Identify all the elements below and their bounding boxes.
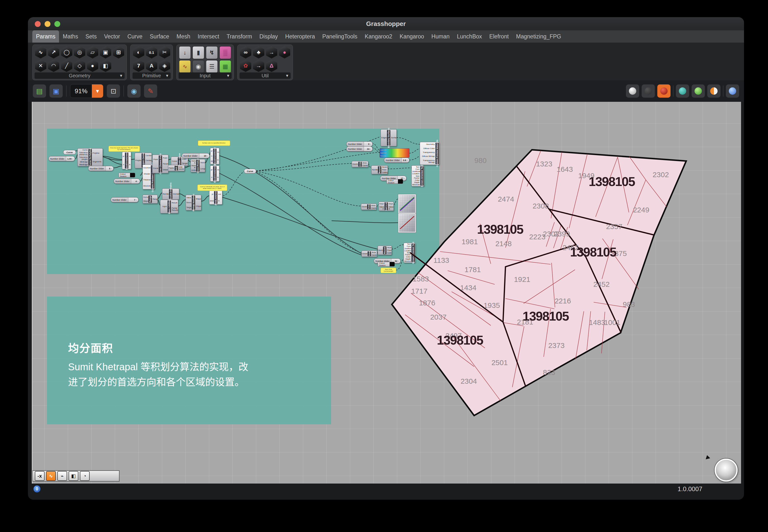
tab-sets[interactable]: Sets [82, 30, 100, 43]
site-subdivision-drawing: 9801323164319492302247423082249235722232… [32, 102, 741, 484]
group-expand-icon[interactable]: ▾ [227, 73, 229, 78]
preview-shaded-button[interactable] [657, 84, 671, 98]
tab-elefront[interactable]: Elefront [486, 30, 512, 43]
tab-vector[interactable]: Vector [100, 30, 124, 43]
preview-wireframe-button[interactable] [642, 84, 655, 98]
group-expand-icon[interactable]: ▾ [120, 73, 122, 78]
tab-curve[interactable]: Curve [124, 30, 146, 43]
parcel-area-label: 2452 [594, 280, 610, 288]
wire-tool-icon[interactable]: ⌁ [57, 471, 67, 481]
parcel-area-label: 2501 [491, 359, 508, 367]
tab-intersect[interactable]: Intersect [194, 30, 223, 43]
trigger-icon[interactable]: Δ [266, 60, 277, 72]
scribble-icon[interactable]: ∿ [179, 60, 191, 73]
tab-surface[interactable]: Surface [146, 30, 173, 43]
tab-maths[interactable]: Maths [59, 30, 82, 43]
parcel-area-label: 2037 [430, 313, 447, 321]
image-sampler-icon[interactable]: ▒ [220, 46, 231, 59]
brep-icon[interactable]: ◧ [100, 60, 111, 72]
tab-lunchbox[interactable]: LunchBox [453, 30, 486, 43]
parcel-area-label: 2399 [554, 230, 570, 238]
parcel-area-label: 2302 [653, 171, 669, 179]
gradient-icon[interactable]: ▦ [220, 60, 231, 73]
number-slider-icon[interactable]: ↓ [179, 46, 191, 59]
ribbon-group-primitive: ◐0.1✂7A◈Primitive▾ [130, 45, 173, 80]
tab-kangaroo2[interactable]: Kangaroo2 [361, 30, 396, 43]
timer-tool-icon[interactable]: ◔ [80, 471, 90, 481]
group-expand-icon[interactable]: ▾ [166, 73, 168, 78]
relay-icon[interactable]: → [266, 46, 277, 58]
boolean-icon[interactable]: ◐ [133, 46, 144, 58]
minimize-button[interactable] [45, 21, 50, 27]
remote-icon[interactable]: ∞ [240, 46, 251, 58]
open-file-button[interactable]: ▤ [33, 84, 46, 98]
box-icon[interactable]: ▣ [100, 46, 111, 58]
zoom-level-widget[interactable]: 91% ▾ [70, 84, 103, 98]
parcel-area-label: 2249 [633, 206, 650, 214]
ribbon-group-geometry: ∿↗◯◎▱▣⊞✕◠╱◇●◧Geometry▾ [32, 45, 127, 80]
message-count-badge[interactable]: 0 [33, 485, 41, 493]
null-item-icon[interactable]: ✕ [35, 60, 46, 72]
rectangle-icon[interactable]: ◇ [74, 60, 85, 72]
component-ribbon: ∿↗◯◎▱▣⊞✕◠╱◇●◧Geometry▾◐0.1✂7A◈Primitive▾… [28, 43, 744, 80]
tab-human[interactable]: Human [428, 30, 453, 43]
mesh-icon[interactable]: ⊞ [113, 46, 124, 58]
panel-tool-icon[interactable]: ◧ [69, 471, 78, 481]
definition-canvas[interactable]: 均分面积 Sumit Khetrapal 等积划分算法的实现，改进了划分的首选方… [32, 102, 741, 484]
spiral-icon[interactable]: ◎ [74, 46, 85, 58]
site-outline [392, 150, 686, 416]
cherry-picker-icon[interactable]: ✿ [240, 60, 251, 72]
preview-off-button[interactable] [626, 84, 639, 98]
fancy-wires-button[interactable]: ✎ [144, 84, 157, 98]
curve-icon[interactable]: ∿ [35, 46, 46, 58]
path-icon[interactable]: ✂ [159, 46, 170, 58]
data-dam-icon[interactable]: → [253, 60, 264, 72]
paint-tool-icon[interactable]: ∿ [46, 471, 56, 481]
close-button[interactable] [35, 21, 41, 27]
preview-eye-button[interactable]: ◉ [127, 84, 140, 98]
colour-scheme-button[interactable] [707, 84, 721, 98]
parcel-area-label: 2373 [548, 341, 565, 349]
sphere-icon[interactable]: ● [87, 60, 98, 72]
tab-kangaroo[interactable]: Kangaroo [396, 30, 428, 43]
text-icon[interactable]: A [146, 60, 157, 72]
graph-mapper-icon[interactable]: ↯ [206, 46, 218, 59]
integer-icon[interactable]: 7 [133, 60, 144, 72]
save-file-button[interactable]: ▣ [49, 84, 63, 98]
ribbon-group-label: Input▾ [178, 72, 232, 79]
tree-icon[interactable]: ♣ [253, 46, 264, 58]
ribbon-group-util: ∞♣→●✿→ΔUtil▾ [237, 45, 293, 80]
ribbon-group-input: ↓▮↯▒∿◉☰▦Input▾ [176, 45, 234, 80]
parcel-area-label: 1876 [419, 299, 435, 307]
navigation-sphere[interactable] [715, 459, 738, 482]
plane-icon[interactable]: ▱ [87, 46, 98, 58]
data-icon[interactable]: ◈ [159, 60, 170, 72]
tab-mesh[interactable]: Mesh [173, 30, 194, 43]
mesh-edges-button[interactable] [692, 84, 705, 98]
tab-heteroptera[interactable]: Heteroptera [282, 30, 319, 43]
category-tab-bar: ParamsMathsSetsVectorCurveSurfaceMeshInt… [28, 30, 744, 43]
zoom-button[interactable] [54, 21, 60, 27]
panel-icon[interactable]: ▮ [193, 46, 204, 59]
circle-icon[interactable]: ◯ [61, 46, 72, 58]
arc-icon[interactable]: ◠ [48, 60, 59, 72]
title-bar[interactable]: Grasshopper [28, 17, 744, 30]
tab-params[interactable]: Params [32, 30, 59, 43]
number-icon[interactable]: 0.1 [146, 46, 157, 58]
parcel-area-label: 983 [623, 300, 635, 308]
zoom-extents-button[interactable]: ⊡ [107, 84, 120, 98]
tab-panelingtools[interactable]: PanelingTools [319, 30, 361, 43]
obscure-viewport-button[interactable] [726, 84, 739, 98]
jump-icon[interactable]: ● [279, 46, 290, 58]
tab-magnetizing_fpg[interactable]: Magnetizing_FPG [512, 30, 565, 43]
vector-icon[interactable]: ↗ [48, 46, 59, 58]
only-draw-selected-button[interactable] [676, 84, 689, 98]
tab-transform[interactable]: Transform [223, 30, 256, 43]
group-expand-icon[interactable]: ▾ [286, 73, 288, 78]
knob-icon[interactable]: ◉ [193, 60, 204, 73]
tab-display[interactable]: Display [256, 30, 281, 43]
zoom-dropdown-icon[interactable]: ▾ [92, 84, 103, 98]
line-icon[interactable]: ╱ [61, 60, 72, 72]
expression-tool-icon[interactable]: -x [35, 471, 45, 481]
value-list-icon[interactable]: ☰ [206, 60, 218, 73]
